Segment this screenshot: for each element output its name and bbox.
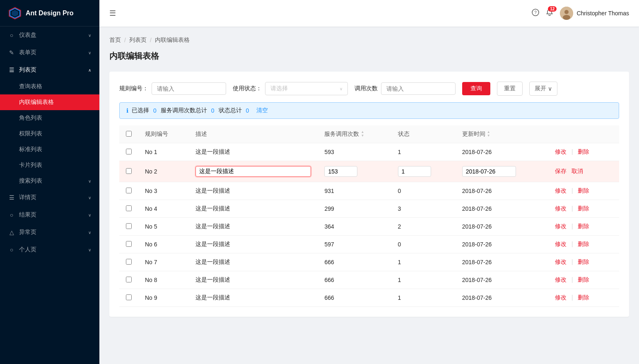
save-button[interactable]: 保存 bbox=[555, 168, 567, 174]
row-checkbox[interactable] bbox=[126, 188, 132, 193]
sidebar-item-query-table[interactable]: 查询表格 bbox=[0, 79, 99, 94]
table-row: No 9 这是一段描述 666 1 2018-07-26 修改 | 删除 bbox=[119, 289, 619, 307]
rule-no-cell: No 9 bbox=[138, 289, 189, 307]
collapse-menu-button[interactable]: ☰ bbox=[109, 9, 116, 18]
chevron-down-icon: ∨ bbox=[88, 213, 91, 217]
edit-button[interactable]: 修改 bbox=[555, 205, 567, 212]
call-count-label: 调用次数 bbox=[354, 85, 378, 92]
row-checkbox[interactable] bbox=[126, 259, 132, 265]
action-separator: | bbox=[571, 258, 573, 265]
status-select[interactable]: 请选择 ∨ bbox=[265, 82, 348, 95]
detail-icon: ☰ bbox=[8, 194, 15, 201]
status-cell: 0 bbox=[391, 182, 456, 200]
main-area: ☰ ? 12 bbox=[99, 0, 639, 364]
sidebar-item-role-list[interactable]: 角色列表 bbox=[0, 110, 99, 126]
edit-button[interactable]: 修改 bbox=[555, 187, 567, 194]
col-update-time[interactable]: 更新时间 ▲ ▼ bbox=[456, 125, 548, 143]
sort-icon[interactable]: ▲ ▼ bbox=[361, 130, 364, 138]
row-checkbox[interactable] bbox=[126, 149, 132, 154]
sidebar-item-form[interactable]: ✎ 表单页 ∨ bbox=[0, 44, 99, 61]
row-checkbox[interactable] bbox=[126, 223, 132, 229]
page-title: 内联编辑表格 bbox=[109, 51, 629, 62]
delete-button[interactable]: 删除 bbox=[578, 276, 589, 283]
actions-cell: 修改 | 删除 bbox=[548, 218, 619, 236]
col-service-calls[interactable]: 服务调用次数 ▲ ▼ bbox=[318, 125, 391, 143]
user-menu[interactable]: Christopher Thomas bbox=[560, 7, 629, 20]
service-calls-cell: 597 bbox=[318, 236, 391, 253]
header: ☰ ? 12 bbox=[99, 0, 639, 27]
status-cell: 3 bbox=[391, 200, 456, 218]
sidebar-item-personal[interactable]: ○ 个人页 ∨ bbox=[0, 241, 99, 258]
sidebar-item-auth-list[interactable]: 权限列表 bbox=[0, 126, 99, 142]
call-count-input[interactable] bbox=[381, 82, 456, 95]
status-select-value: 请选择 bbox=[270, 85, 288, 92]
row-checkbox[interactable] bbox=[126, 168, 132, 174]
info-icon: ℹ bbox=[126, 107, 128, 114]
clear-button[interactable]: 清空 bbox=[256, 107, 268, 114]
rule-no-cell: No 1 bbox=[138, 143, 189, 161]
sidebar-item-dashboard[interactable]: ○ 仪表盘 ∨ bbox=[0, 27, 99, 44]
sidebar-item-exception[interactable]: △ 异常页 ∨ bbox=[0, 224, 99, 241]
rule-no-cell: No 3 bbox=[138, 182, 189, 200]
delete-button[interactable]: 删除 bbox=[578, 223, 589, 229]
col-actions bbox=[548, 125, 619, 143]
actions-cell: 保存 取消 bbox=[548, 161, 619, 182]
description-cell: 这是一段描述 bbox=[189, 271, 318, 289]
chevron-down-icon: ∨ bbox=[88, 179, 91, 183]
description-cell: 这是一段描述 bbox=[189, 200, 318, 218]
sort-icon[interactable]: ▲ ▼ bbox=[487, 130, 490, 138]
delete-button[interactable]: 删除 bbox=[578, 205, 589, 212]
sidebar-item-standard-list[interactable]: 标准列表 bbox=[0, 142, 99, 157]
row-checkbox[interactable] bbox=[126, 277, 132, 282]
status-cell-edit[interactable] bbox=[391, 161, 456, 182]
rule-input[interactable] bbox=[152, 82, 226, 95]
delete-button[interactable]: 删除 bbox=[578, 294, 589, 301]
delete-button[interactable]: 删除 bbox=[578, 241, 589, 247]
description-input[interactable] bbox=[195, 166, 311, 177]
breadcrumb-home[interactable]: 首页 bbox=[109, 36, 121, 44]
description-cell-edit[interactable] bbox=[189, 161, 318, 182]
rule-no-cell: No 2 bbox=[138, 161, 189, 182]
update-time-cell-edit[interactable] bbox=[456, 161, 548, 182]
help-icon[interactable]: ? bbox=[532, 9, 539, 18]
edit-button[interactable]: 修改 bbox=[555, 258, 567, 265]
sidebar-item-list[interactable]: ☰ 列表页 ∧ bbox=[0, 61, 99, 79]
service-calls-cell-edit[interactable] bbox=[318, 161, 391, 182]
row-checkbox[interactable] bbox=[126, 241, 132, 247]
sidebar-item-inline-edit-table[interactable]: 内联编辑表格 bbox=[0, 94, 99, 110]
sidebar-item-search-list[interactable]: 搜索列表 ∨ bbox=[0, 173, 99, 189]
service-count: 0 bbox=[211, 107, 215, 114]
breadcrumb-list[interactable]: 列表页 bbox=[129, 36, 147, 44]
service-calls-input[interactable] bbox=[324, 166, 357, 177]
sidebar-item-card-list[interactable]: 卡片列表 bbox=[0, 157, 99, 173]
service-calls-cell: 931 bbox=[318, 182, 391, 200]
update-time-input[interactable] bbox=[462, 166, 516, 177]
delete-button[interactable]: 删除 bbox=[578, 148, 589, 155]
col-description: 描述 bbox=[189, 125, 318, 143]
delete-button[interactable]: 删除 bbox=[578, 187, 589, 194]
query-button[interactable]: 查询 bbox=[462, 82, 490, 95]
edit-button[interactable]: 修改 bbox=[555, 294, 567, 301]
delete-button[interactable]: 删除 bbox=[578, 258, 589, 265]
exception-icon: △ bbox=[8, 229, 15, 236]
filter-status: 使用状态： 请选择 ∨ bbox=[233, 82, 348, 95]
status-count-label: 状态总计 bbox=[219, 107, 242, 114]
row-checkbox[interactable] bbox=[126, 294, 132, 300]
expand-button[interactable]: 展开 ∨ bbox=[529, 82, 557, 96]
actions-cell: 修改 | 删除 bbox=[548, 143, 619, 161]
sidebar-item-detail[interactable]: ☰ 详情页 ∨ bbox=[0, 189, 99, 206]
edit-button[interactable]: 修改 bbox=[555, 241, 567, 247]
reset-button[interactable]: 重置 bbox=[497, 82, 523, 96]
update-time-cell: 2018-07-26 bbox=[456, 218, 548, 236]
notification-icon[interactable]: 12 bbox=[546, 9, 553, 18]
sidebar-item-result[interactable]: ○ 结果页 ∨ bbox=[0, 206, 99, 224]
action-separator: | bbox=[571, 223, 573, 229]
edit-button[interactable]: 修改 bbox=[555, 148, 567, 155]
cancel-button[interactable]: 取消 bbox=[571, 168, 583, 174]
select-all-checkbox[interactable] bbox=[126, 131, 132, 137]
edit-button[interactable]: 修改 bbox=[555, 276, 567, 283]
edit-button[interactable]: 修改 bbox=[555, 223, 567, 229]
status-input[interactable] bbox=[398, 166, 431, 177]
row-checkbox[interactable] bbox=[126, 205, 132, 211]
action-separator: | bbox=[571, 187, 573, 194]
